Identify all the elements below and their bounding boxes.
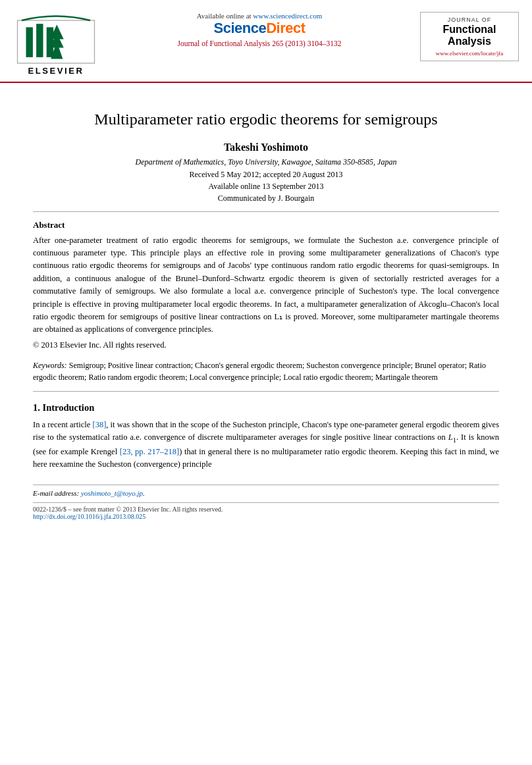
- divider-bottom: [33, 391, 499, 392]
- abstract-section: Abstract After one-parameter treatment o…: [33, 220, 499, 352]
- copyright: © 2013 Elsevier Inc. All rights reserved…: [33, 339, 499, 352]
- abstract-text: After one-parameter treatment of ratio e…: [33, 234, 499, 336]
- intro-paragraph: In a recent article [38], it was shown t…: [33, 419, 499, 471]
- available-online-label: Available online at www.sciencedirect.co…: [105, 12, 413, 20]
- sciencedirect-brand: ScienceDirect: [105, 20, 413, 37]
- main-content: Multiparameter ratio ergodic theorems fo…: [0, 83, 532, 533]
- elsevier-logo-svg: ELSEVIER: [13, 12, 99, 76]
- journal-title-functional: Functional: [426, 23, 513, 36]
- email-footnote: E-mail address: yoshimoto_t@toyo.jp.: [33, 489, 499, 497]
- science-text: Science: [213, 20, 266, 36]
- journal-title-analysis: Analysis: [426, 36, 513, 47]
- svg-text:ELSEVIER: ELSEVIER: [28, 66, 84, 76]
- ref-23-link[interactable]: [23, pp. 217–218]: [120, 447, 180, 456]
- available-online: Available online 13 September 2013: [33, 182, 499, 192]
- journal-site-link[interactable]: www.elsevier.com/locate/jfa: [426, 50, 513, 57]
- email-link[interactable]: yoshimoto_t@toyo.jp: [81, 489, 143, 497]
- direct-text: Direct: [266, 20, 305, 36]
- bottom-bar: 0022-1236/$ – see front matter © 2013 El…: [33, 502, 499, 520]
- svg-rect-1: [26, 27, 33, 57]
- section-title: 1. Introduction: [33, 402, 499, 413]
- svg-rect-2: [36, 24, 43, 57]
- fact-word: fact: [444, 447, 457, 456]
- journal-of-label: JOURNAL OF: [426, 16, 513, 23]
- article-title: Multiparameter ratio ergodic theorems fo…: [33, 109, 499, 130]
- sciencedirect-url[interactable]: www.sciencedirect.com: [253, 12, 322, 20]
- journal-info-box: JOURNAL OF Functional Analysis www.elsev…: [420, 12, 519, 61]
- footer: E-mail address: yoshimoto_t@toyo.jp. 002…: [33, 485, 499, 520]
- section-heading: Introduction: [43, 402, 95, 413]
- journal-link[interactable]: Journal of Functional Analysis 265 (2013…: [105, 40, 413, 47]
- elsevier-logo-section: ELSEVIER: [13, 12, 99, 76]
- introduction-section: 1. Introduction In a recent article [38]…: [33, 402, 499, 471]
- keywords-section: Keywords: Semigroup; Positive linear con…: [33, 359, 499, 383]
- affiliation: Department of Mathematics, Toyo Universi…: [33, 157, 499, 167]
- author-name: Takeshi Yoshimoto: [33, 142, 499, 153]
- section-number: 1.: [33, 402, 40, 413]
- abstract-title: Abstract: [33, 220, 499, 230]
- email-label: E-mail address:: [33, 489, 79, 497]
- received-accepted: Received 5 May 2012; accepted 20 August …: [33, 170, 499, 180]
- keywords-label: Keywords:: [33, 361, 67, 370]
- ref-38-link[interactable]: [38]: [92, 420, 106, 429]
- header: ELSEVIER Available online at www.science…: [0, 0, 532, 83]
- doi-link[interactable]: http://dx.doi.org/10.1016/j.jfa.2013.08.…: [33, 513, 146, 520]
- header-center: Available online at www.sciencedirect.co…: [99, 12, 420, 47]
- keywords-text: Semigroup; Positive linear contraction; …: [33, 361, 486, 382]
- page: ELSEVIER Available online at www.science…: [0, 0, 532, 765]
- issn-line: 0022-1236/$ – see front matter © 2013 El…: [33, 506, 499, 513]
- divider-top: [33, 211, 499, 212]
- svg-rect-3: [47, 27, 53, 57]
- communicated-by: Communicated by J. Bourgain: [33, 194, 499, 203]
